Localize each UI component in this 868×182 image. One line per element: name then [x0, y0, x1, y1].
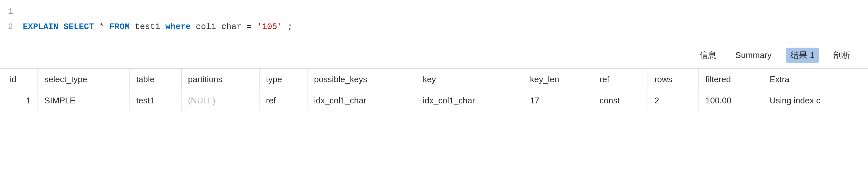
col-id: id	[0, 69, 37, 90]
code-line-2: 2 EXPLAIN SELECT * FROM test1 where col1…	[0, 19, 868, 35]
line-number-2: 2	[0, 21, 20, 33]
operator-star: *	[99, 22, 109, 32]
col-filtered: filtered	[699, 69, 763, 90]
cell-possible-keys: idx_col1_char	[307, 90, 416, 111]
cell-partitions: (NULL)	[181, 90, 259, 111]
cell-filtered: 100.00	[699, 90, 763, 111]
cell-type: ref	[259, 90, 307, 111]
info-button[interactable]: 信息	[695, 48, 721, 63]
cell-key: idx_col1_char	[416, 90, 523, 111]
cell-table: test1	[129, 90, 181, 111]
col-select-type: select_type	[37, 69, 129, 90]
code-content-2: EXPLAIN SELECT * FROM test1 where col1_c…	[20, 21, 868, 33]
editor-area: 1 2 EXPLAIN SELECT * FROM test1 where co…	[0, 0, 868, 42]
cell-rows: 2	[648, 90, 699, 111]
table-name: test1	[135, 22, 165, 32]
line-number-1: 1	[0, 5, 20, 18]
analyze-button[interactable]: 剖析	[829, 48, 855, 63]
col-possible-keys: possible_keys	[307, 69, 416, 90]
col-partitions: partitions	[181, 69, 259, 90]
col-key: key	[416, 69, 523, 90]
toolbar-row: 信息 Summary 结果 1 剖析	[0, 42, 868, 68]
cell-select-type: SIMPLE	[37, 90, 129, 111]
keyword-from: FROM	[109, 22, 129, 32]
col-key-len: key_len	[523, 69, 593, 90]
results-table-container: id select_type table partitions type pos…	[0, 68, 868, 182]
code-line-1: 1	[0, 4, 868, 19]
semicolon: ;	[287, 22, 292, 32]
col-table: table	[129, 69, 181, 90]
col-extra: Extra	[763, 69, 868, 90]
keyword-explain-select: EXPLAIN SELECT	[23, 22, 94, 32]
cell-ref: const	[593, 90, 648, 111]
string-value: '105'	[257, 22, 282, 32]
table-row: 1 SIMPLE test1 (NULL) ref idx_col1_char …	[0, 90, 868, 111]
keyword-where: where	[165, 22, 191, 32]
cell-key-len: 17	[523, 90, 593, 111]
col-rows: rows	[648, 69, 699, 90]
cell-extra: Using index c	[763, 90, 868, 111]
summary-button[interactable]: Summary	[731, 48, 776, 62]
col-type: type	[259, 69, 307, 90]
result-button[interactable]: 结果 1	[786, 48, 819, 63]
col-ref: ref	[593, 69, 648, 90]
results-table: id select_type table partitions type pos…	[0, 68, 868, 111]
null-value: (NULL)	[188, 96, 216, 105]
cell-id: 1	[0, 90, 37, 111]
condition-col: col1_char =	[196, 22, 257, 32]
table-header-row: id select_type table partitions type pos…	[0, 69, 868, 90]
